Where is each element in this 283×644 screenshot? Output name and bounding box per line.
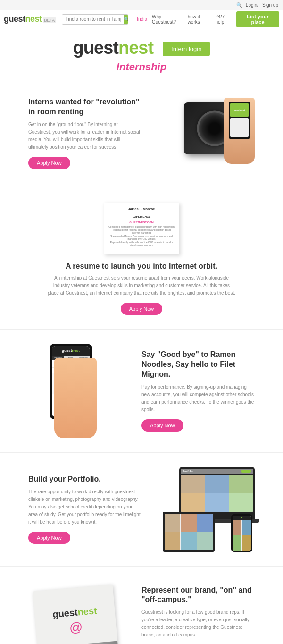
section1-body: Get in on the "ground floor." By interni… [28,121,142,151]
portfolio-cell [205,475,229,493]
section4-image: Portfolio [151,467,264,552]
portfolio-grid [181,475,253,512]
portfolio-cell [181,475,205,493]
small-phone-screen: ● [233,516,251,551]
section2-title: A resume to launch you into Internet orb… [19,262,264,271]
search-bar[interactable]: 🔍 [62,14,128,25]
top-bar: 🔍 Login / Sign up [0,0,283,10]
sticker-logo-guest: guest [52,607,78,620]
hero-section: guestnest Intern login Internship [0,28,283,78]
phone-logo-guest: guest [62,348,72,353]
portfolio-cell [197,532,213,550]
tablet-device [163,512,215,552]
section5-body: Guestnest is looking for a few good bran… [142,609,255,639]
intern-login-button[interactable]: Intern login [163,42,210,56]
internship-title: Internship [0,61,283,73]
sticker-ground [38,641,118,644]
search-button[interactable]: 🔍 [124,15,128,24]
section1-apply-button[interactable]: Apply Now [28,157,70,169]
portfolio-cell [229,475,253,493]
hero-logo-guest: guest [73,38,118,58]
india-link[interactable]: India [137,17,147,22]
laptop-screen [181,475,253,512]
sticker-symbol: @ [53,618,99,637]
laptop-device: Portfolio [179,467,255,519]
section-brand: guestnest @ Represent our brand, "on" an… [0,566,283,644]
nav-links: India Why Guestnest? how it works 24/7 h… [137,14,233,25]
portfolio-cell [205,493,229,512]
logo-beta: BETA [43,17,57,23]
section4-apply-button[interactable]: Apply Now [28,532,70,544]
portfolio-cell [165,514,180,532]
hero-logo-nest: nest [118,38,153,58]
section5-text: Represent our brand, "on" and "off-campu… [132,581,264,644]
nav-logo: guestnestBETA [4,14,56,24]
section-portfolio: Build your Portfolio. The rare opportuni… [0,452,283,566]
hero-logo: guestnest [73,38,154,58]
section3-body: Pay for performance. By signing-up and m… [142,383,255,414]
tablet-portfolio-grid [165,514,213,550]
section-earnings: guestnest overview inbox your stays INFO… [0,329,283,452]
search-icon: 🔍 [236,2,242,8]
resume-name: James F. Monroe [108,207,175,212]
list-place-button[interactable]: List your place [236,11,279,27]
how-link[interactable]: how it works [188,14,211,25]
section4-body: The rare opportunity to work directly wi… [28,488,142,526]
resume-image: James F. Monroe EXPERIENCE GUESTNEST.COM… [104,203,179,254]
section2-apply-button[interactable]: Apply Now [121,303,163,315]
section1-title: Interns wanted for "revolution" in room … [28,97,142,117]
hand-graphic [54,358,97,438]
logo-nest: nest [25,14,42,24]
search-input[interactable] [62,15,124,24]
multi-device-graphic: Portfolio [160,467,255,552]
section1-text: Interns wanted for "revolution" in room … [19,93,151,174]
resume-company: GUESTNEST.COM [108,220,175,224]
section4-text: Build your Portfolio. The rare opportuni… [19,470,151,549]
section-resume: James F. Monroe EXPERIENCE GUESTNEST.COM… [0,188,283,329]
section3-apply-button[interactable]: Apply Now [142,419,183,432]
section5-title: Represent our brand, "on" and "off-campu… [142,585,255,605]
section5-image: guestnest @ [19,588,132,644]
small-phone-device: ● [231,514,252,552]
section3-image: guestnest overview inbox your stays INFO… [19,344,132,438]
signup-link[interactable]: Sign up [262,2,278,8]
portfolio-cell [181,514,196,532]
help-link[interactable]: 24/7 help [215,14,233,25]
portfolio-cell [197,514,213,532]
portfolio-cell [165,532,180,550]
phone-hand-image: guestnest overview inbox your stays INFO… [45,344,106,438]
section3-text: Say "Good bye" to Ramen Noodles, Say hel… [132,345,264,436]
login-link[interactable]: Login [246,2,257,8]
brand-sticker: guestnest @ [33,585,118,644]
portfolio-cell [229,493,253,512]
section3-title: Say "Good bye" to Ramen Noodles, Say hel… [142,350,255,379]
navbar: guestnestBETA 🔍 India Why Guestnest? how… [0,10,283,28]
phone-app-logo: guestnest [62,348,80,353]
portfolio-label: Portfolio [183,470,193,473]
sticker-logo-nest: nest [77,605,98,618]
logo-guest: guest [4,14,25,24]
portfolio-cell [181,532,196,550]
phone-app-header: guestnest [52,346,90,356]
sticker-logo: guestnest [52,605,97,620]
section2-body: An internship at Guestnest sets your res… [47,274,236,297]
section4-title: Build your Portfolio. [28,475,142,484]
experience-label: EXPERIENCE [108,215,175,219]
section-interns-wanted: Interns wanted for "revolution" in room … [0,78,283,188]
section1-image: guestnest [151,93,264,173]
portfolio-cell [181,493,205,512]
tablet-screen [165,514,213,550]
sticker-content: guestnest @ [52,605,99,637]
why-link[interactable]: Why Guestnest? [152,14,183,25]
phone-logo-nest: nest [72,348,79,353]
